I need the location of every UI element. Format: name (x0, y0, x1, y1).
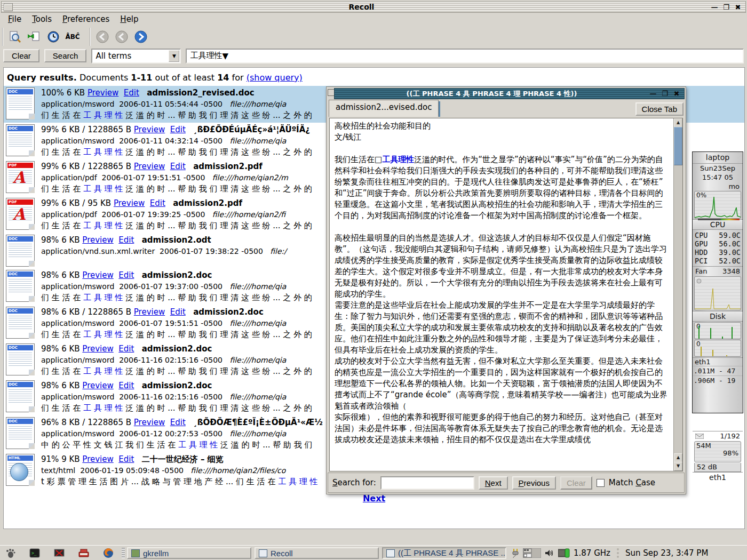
preview-text-line: 需要注意的是这些毕业后在社会上能成功发展的学生并不一定是在大学里学习成绩最好的学… (335, 300, 670, 356)
preview-link[interactable]: Preview (82, 270, 113, 280)
minimize-button[interactable]: — (710, 3, 719, 11)
preview-link[interactable]: Preview (82, 344, 113, 354)
task-preview-window[interactable]: ((工 PHRASE 4 具 PHRASE ... (382, 547, 506, 559)
edit-link[interactable]: Edit (150, 198, 165, 208)
query-input[interactable]: 工具理性 ▼ (186, 49, 744, 63)
chevron-down-icon[interactable]: ▼ (169, 50, 179, 62)
find-previous-button[interactable]: Previous (512, 476, 556, 490)
memory-used: 54M (696, 442, 711, 450)
window-menu-button[interactable] (4, 3, 13, 11)
query-history-chevron-icon[interactable]: ▼ (222, 51, 228, 61)
edit-link[interactable]: Edit (118, 344, 134, 354)
preview-link[interactable]: Preview (88, 88, 118, 98)
cpufreq-icon[interactable] (558, 548, 570, 558)
menu-help[interactable]: Help (115, 13, 143, 25)
relevance-score: 91% (41, 454, 59, 464)
mime-type: application/msword (41, 393, 114, 401)
preview-link[interactable]: Preview (134, 162, 165, 171)
terminal-icon[interactable]: >_ (29, 547, 41, 559)
task-gkrellm[interactable]: gkrellm (127, 547, 251, 559)
scroll-down-icon[interactable]: ▼ (674, 462, 682, 471)
disk-read-chart[interactable]: 0 (694, 322, 741, 339)
gnome-menu-icon[interactable] (4, 547, 16, 559)
preview-tab[interactable]: admission2...evised.doc (329, 100, 439, 117)
menu-preferences[interactable]: Preferences (58, 13, 114, 25)
edit-link[interactable]: Edit (118, 270, 134, 280)
preview-link[interactable]: Preview (134, 307, 165, 317)
scrollbar-thumb[interactable] (674, 127, 682, 165)
edit-link[interactable]: Edit (124, 88, 139, 98)
mime-type: application/msword (41, 429, 114, 438)
term-explorer-icon[interactable]: ÅBĈ (64, 29, 81, 45)
close-button[interactable]: ✖ (734, 3, 742, 11)
taskbar: >_ gkrellm Recoll ((工 PHRASE 4 具 PHRASE … (0, 545, 747, 560)
result-date: 2006-01-07 19:51:51 -0500 (102, 173, 205, 182)
lock-screen-icon[interactable] (53, 547, 65, 559)
memory-chart[interactable]: 54M 98% (694, 441, 741, 462)
file-size: 6 KB (61, 381, 80, 390)
fan-chart[interactable] (694, 276, 741, 310)
preview-link[interactable]: Preview (134, 418, 165, 427)
restore-button[interactable]: ❐ (722, 3, 730, 11)
relevance-score: 99% (41, 162, 59, 171)
preview-close-button[interactable]: ✖ (672, 90, 681, 98)
advanced-search-icon[interactable] (6, 29, 23, 45)
result-snippet: 们 生 活 在 工 具 理 性 泛 滥 的 时 ... 帮 助 我 们 理 清 … (41, 147, 312, 158)
preview-scrollbar[interactable]: ▲ ▲ ▼ (673, 118, 682, 471)
preview-link[interactable]: Preview (82, 381, 113, 390)
disk-write-chart[interactable]: 0 (694, 340, 741, 357)
next-results-link[interactable]: Next (4, 493, 744, 503)
edit-link[interactable]: Edit (170, 307, 186, 317)
edit-link[interactable]: Edit (118, 454, 134, 464)
menu-file[interactable]: File (3, 13, 26, 25)
preview-title: ((工 PHRASE 4 具 PHRASE 4 理 PHRASE 4 性)) (335, 89, 649, 99)
search-for-label: Search for: (332, 478, 376, 487)
preview-link[interactable]: Preview (82, 235, 113, 245)
typewriter-icon[interactable] (78, 547, 90, 559)
result-title: admission2.odt (142, 235, 211, 245)
preview-minimize-button[interactable]: — (649, 90, 657, 98)
scroll-up2-icon[interactable]: ▲ (674, 453, 682, 462)
find-next-button[interactable]: Next (479, 476, 508, 490)
preview-text-line: 高校招生的社会功能和目的 (335, 121, 670, 132)
preview-content[interactable]: 高校招生的社会功能和目的文/钱江 我们生活在□工具理性泛滥的时代。作为“世之显学… (329, 118, 683, 471)
mail-row: 1/192 (693, 431, 743, 441)
search-mode-select[interactable]: All terms ▼ (91, 49, 181, 63)
sensors-header: CPU (693, 219, 743, 230)
doc-file-icon: DOC (6, 270, 35, 302)
preview-link[interactable]: Preview (134, 125, 165, 134)
sort-parameters-icon[interactable] (26, 29, 43, 45)
edit-link[interactable]: Edit (170, 418, 186, 427)
search-button[interactable]: Search (44, 49, 87, 62)
close-tab-button[interactable]: Close Tab (635, 102, 684, 116)
match-case-checkbox[interactable] (597, 479, 605, 487)
preview-titlebar: ((工 PHRASE 4 具 PHRASE 4 理 PHRASE 4 性)) —… (334, 88, 685, 99)
preview-link[interactable]: Preview (114, 198, 145, 208)
workspace-switcher[interactable] (523, 548, 541, 558)
file-size: 6 KB (61, 270, 80, 280)
firefox-icon[interactable] (102, 547, 114, 559)
panel-handle[interactable] (122, 548, 125, 558)
history-icon[interactable] (45, 29, 62, 45)
gkrellm-spacer (693, 385, 743, 431)
previous-page-icon[interactable] (113, 29, 130, 45)
volume-icon[interactable] (545, 549, 554, 557)
edit-link[interactable]: Edit (118, 235, 134, 245)
disk-header: Disk (693, 311, 743, 322)
preview-link[interactable]: Preview (82, 454, 113, 464)
preview-restore-button[interactable]: ❐ (661, 90, 669, 98)
find-clear-button[interactable]: Clear (560, 476, 592, 490)
net-interface-label: eth1 (693, 357, 743, 366)
power-plug-icon[interactable] (512, 548, 519, 558)
scroll-up-icon[interactable]: ▲ (674, 118, 682, 127)
clear-button[interactable]: Clear (3, 49, 39, 62)
edit-link[interactable]: Edit (170, 125, 186, 134)
edit-link[interactable]: Edit (170, 162, 186, 171)
preview-search-input[interactable] (380, 476, 474, 490)
first-page-icon[interactable] (94, 29, 111, 45)
cpu-load-chart[interactable]: 0% (694, 191, 741, 219)
menu-tools[interactable]: Tools (27, 13, 57, 25)
task-recoll[interactable]: Recoll (255, 547, 379, 559)
next-page-icon[interactable] (132, 29, 149, 45)
edit-link[interactable]: Edit (118, 381, 134, 390)
